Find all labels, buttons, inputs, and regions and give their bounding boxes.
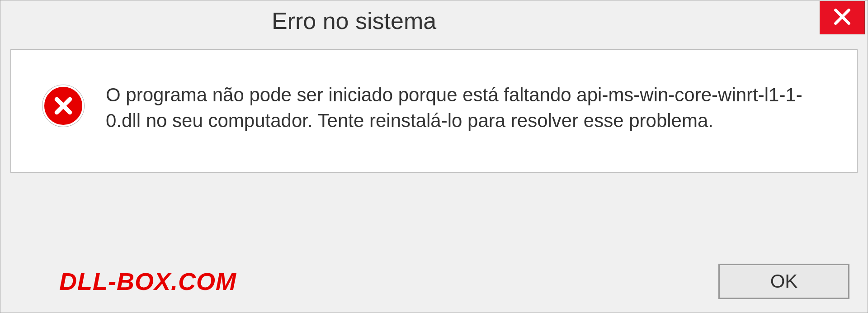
- error-dialog: Erro no sistema O programa não pode ser …: [0, 0, 868, 313]
- branding-text: DLL-BOX.COM: [59, 267, 236, 295]
- close-button[interactable]: [820, 1, 865, 34]
- dialog-content: O programa não pode ser iniciado porque …: [10, 49, 858, 173]
- close-icon: [832, 7, 852, 28]
- ok-button[interactable]: OK: [718, 264, 849, 299]
- dialog-titlebar: Erro no sistema: [0, 0, 868, 41]
- dialog-footer: DLL-BOX.COM OK: [0, 250, 868, 313]
- error-message: O programa não pode ser iniciado porque …: [106, 82, 820, 133]
- dialog-title: Erro no sistema: [272, 7, 436, 34]
- error-icon: [42, 85, 84, 127]
